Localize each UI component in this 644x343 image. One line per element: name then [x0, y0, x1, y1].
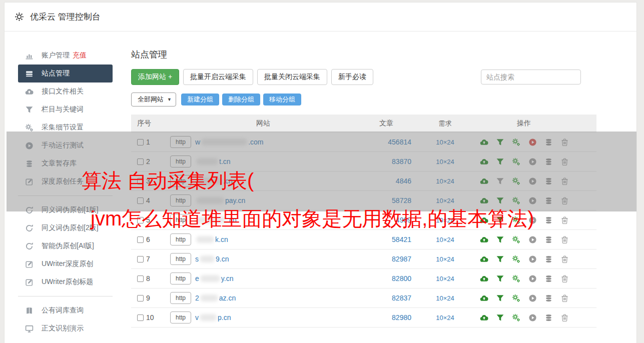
group-filter-select[interactable]: 全部网站 ▼ [131, 92, 176, 106]
site-domain[interactable]: w.com [195, 138, 263, 146]
play-icon[interactable] [528, 158, 537, 166]
sidebar-item-manual-test[interactable]: 手动运行测试 [18, 136, 113, 154]
cloud-upload-icon[interactable] [480, 314, 488, 322]
move-group-button[interactable]: 移动分组 [263, 94, 301, 106]
sidebar-item-uwriter-title[interactable]: UWriter原创标题 [18, 273, 113, 291]
site-domain[interactable]: k.cn [195, 236, 228, 244]
site-domain[interactable]: .cn [195, 177, 233, 185]
play-icon[interactable] [528, 255, 537, 264]
row-checkbox[interactable] [137, 295, 144, 302]
play-icon[interactable] [528, 274, 537, 283]
row-checkbox[interactable] [137, 198, 144, 204]
sidebar-item-synonym-v1[interactable]: 同义词伪原创[1版] [18, 201, 113, 219]
play-icon[interactable] [528, 216, 537, 224]
filter-icon[interactable] [496, 216, 504, 224]
filter-icon[interactable] [496, 255, 504, 264]
database-icon[interactable] [544, 274, 553, 283]
row-checkbox[interactable] [137, 139, 144, 146]
filter-icon[interactable] [496, 236, 504, 244]
filter-icon[interactable] [496, 274, 504, 283]
play-icon[interactable] [528, 314, 537, 322]
filter-icon[interactable] [496, 158, 504, 166]
database-icon[interactable] [544, 158, 553, 166]
sidebar-item-columns-keywords[interactable]: 栏目与关键词 [18, 100, 113, 118]
sidebar-item-article-store[interactable]: 文章暂存库 [18, 154, 113, 172]
sidebar-item-sites[interactable]: 站点管理 [18, 64, 113, 82]
cloud-upload-icon[interactable] [480, 236, 488, 244]
sidebar-item-interface-files[interactable]: 接口文件相关 [18, 82, 113, 100]
row-checkbox[interactable] [137, 236, 144, 243]
batch-open-cloud-button[interactable]: 批量开启云端采集 [183, 69, 253, 85]
gears-icon[interactable] [512, 255, 520, 264]
site-domain[interactable]: t.cn [195, 158, 231, 166]
database-icon[interactable] [544, 314, 553, 322]
row-checkbox[interactable] [137, 256, 144, 262]
gears-icon[interactable] [512, 196, 520, 205]
trash-icon[interactable] [560, 216, 569, 224]
delete-group-button[interactable]: 删除分组 [222, 94, 260, 106]
gears-icon[interactable] [512, 216, 520, 224]
sidebar-item-public-thesaurus[interactable]: 公有词库查询 [18, 302, 113, 320]
play-icon[interactable] [528, 177, 537, 186]
play-icon[interactable] [528, 138, 537, 146]
gears-icon[interactable] [512, 158, 520, 166]
gears-icon[interactable] [512, 138, 520, 146]
cloud-upload-icon[interactable] [480, 196, 488, 205]
trash-icon[interactable] [560, 294, 569, 302]
site-domain[interactable]: ey.cn [195, 274, 233, 282]
database-icon[interactable] [544, 294, 553, 302]
database-icon[interactable] [544, 138, 553, 146]
row-checkbox[interactable] [137, 178, 144, 184]
batch-close-cloud-button[interactable]: 批量关闭云端采集 [257, 69, 327, 85]
sidebar-item-synonym-v2[interactable]: 同义词伪原创[2版] [18, 219, 113, 237]
trash-icon[interactable] [560, 274, 569, 283]
trash-icon[interactable] [560, 236, 569, 244]
cloud-upload-icon[interactable] [480, 274, 488, 283]
site-domain[interactable]: 2az.cn [195, 294, 236, 302]
site-search-input[interactable] [481, 70, 581, 84]
sidebar-item-ai-original[interactable]: 智能伪原创[AI版] [18, 237, 113, 255]
site-domain[interactable]: s9.cn [195, 255, 229, 263]
new-group-button[interactable]: 新建分组 [181, 94, 219, 106]
row-checkbox[interactable] [137, 217, 144, 224]
filter-icon[interactable] [496, 294, 504, 302]
cloud-upload-icon[interactable] [480, 255, 488, 264]
database-icon[interactable] [544, 216, 553, 224]
filter-icon[interactable] [496, 177, 504, 186]
trash-icon[interactable] [560, 158, 569, 166]
cloud-upload-icon[interactable] [480, 177, 488, 186]
sidebar-item-content-recognition[interactable]: 正文识别演示 [18, 320, 113, 338]
row-checkbox[interactable] [137, 314, 144, 321]
trash-icon[interactable] [560, 138, 569, 146]
cloud-upload-icon[interactable] [480, 158, 488, 166]
trash-icon[interactable] [560, 314, 569, 322]
add-site-button[interactable]: 添加网站 + [131, 69, 179, 85]
database-icon[interactable] [544, 196, 553, 205]
play-icon[interactable] [528, 294, 537, 302]
trash-icon[interactable] [560, 177, 569, 186]
newbie-guide-button[interactable]: 新手必读 [331, 69, 373, 85]
filter-icon[interactable] [496, 314, 504, 322]
sidebar-item-account[interactable]: 账户管理 充值 [18, 46, 113, 64]
site-domain[interactable]: vp.cn [195, 314, 231, 322]
gears-icon[interactable] [512, 236, 520, 244]
row-checkbox[interactable] [137, 158, 144, 165]
gears-icon[interactable] [512, 314, 520, 322]
filter-icon[interactable] [496, 196, 504, 205]
database-icon[interactable] [544, 236, 553, 244]
database-icon[interactable] [544, 255, 553, 264]
gears-icon[interactable] [512, 177, 520, 186]
cloud-upload-icon[interactable] [480, 294, 488, 302]
site-domain[interactable]: .cn [195, 216, 237, 224]
sidebar-item-collect-settings[interactable]: 采集细节设置 [18, 118, 113, 136]
recharge-link[interactable]: 充值 [73, 51, 87, 60]
gears-icon[interactable] [512, 274, 520, 283]
trash-icon[interactable] [560, 196, 569, 205]
database-icon[interactable] [544, 177, 553, 186]
trash-icon[interactable] [560, 255, 569, 264]
gears-icon[interactable] [512, 294, 520, 302]
site-domain[interactable]: pay.cn [195, 196, 245, 204]
filter-icon[interactable] [496, 138, 504, 146]
play-icon[interactable] [528, 196, 537, 205]
cloud-upload-icon[interactable] [480, 138, 488, 146]
